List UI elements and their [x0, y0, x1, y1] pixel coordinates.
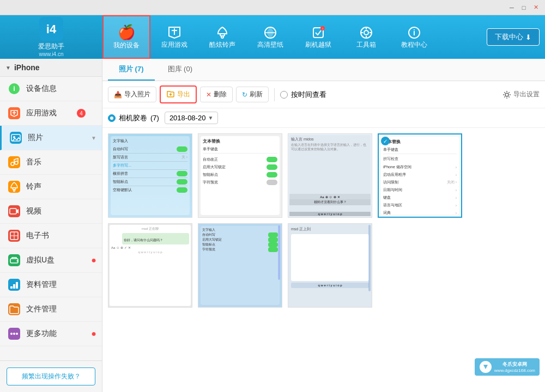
refresh-button[interactable]: ↻ 刷新: [236, 87, 269, 102]
more-icon: [8, 327, 21, 340]
logo-title: 爱思助手: [38, 42, 64, 51]
toolbar: 📥 导入照片 导出 ✕ 删除 ↻ 刷新 按时间查看: [102, 81, 545, 108]
sidebar-item-data-mgr[interactable]: 资料管理: [0, 273, 102, 297]
sidebar: ▼ iPhone i 设备信息 应用游戏 4 照片: [0, 59, 102, 392]
refresh-icon: ↻: [242, 91, 247, 99]
settings-button[interactable]: 导出设置: [502, 90, 540, 99]
restore-button[interactable]: □: [519, 3, 529, 13]
import-icon: 📥: [114, 91, 122, 99]
jailbreak-label: 刷机越狱: [305, 40, 331, 50]
tools-icon: [359, 25, 374, 40]
tab-library[interactable]: 图库 (0): [157, 59, 204, 81]
camera-roll-count: (7): [150, 114, 159, 122]
filter-bar: 相机胶卷 (7) 2018-08-20 ▼: [102, 108, 545, 128]
sidebar-item-apps-label: 应用游戏: [26, 108, 57, 118]
camera-roll-option[interactable]: 相机胶卷 (7): [108, 113, 159, 123]
video-icon: [8, 205, 21, 218]
export-button[interactable]: 导出: [160, 85, 197, 103]
sidebar-item-photos[interactable]: 照片 ▼: [0, 126, 102, 150]
photos-arrow-icon: ▼: [91, 135, 96, 141]
sidebar-item-video[interactable]: 视频: [0, 199, 102, 224]
svg-point-37: [10, 333, 13, 335]
sidebar-item-device-info[interactable]: i 设备信息: [0, 77, 102, 101]
sidebar-item-ebook-label: 电子书: [26, 231, 49, 241]
sidebar-item-photos-label: 照片: [28, 133, 43, 143]
sidebar-item-device-info-label: 设备信息: [26, 84, 57, 94]
download-icon: ⬇: [525, 33, 531, 41]
close-button[interactable]: ✕: [531, 3, 541, 13]
problem-button[interactable]: 频繁出现操作失败？: [7, 367, 95, 385]
nav-wallpaper[interactable]: 高清壁纸: [246, 15, 294, 59]
my-device-icon: 🍎: [118, 24, 135, 41]
sidebar-item-virtual-u[interactable]: 虚拟U盘 ●: [0, 248, 102, 273]
svg-point-9: [364, 30, 368, 35]
sidebar-item-apps[interactable]: 应用游戏 4: [0, 101, 102, 126]
minimize-button[interactable]: ─: [507, 3, 517, 13]
sidebar-item-file-mgr[interactable]: 文件管理: [0, 297, 102, 322]
nav-ringtone[interactable]: 酷炫铃声: [198, 15, 246, 59]
watermark-logo: [479, 360, 492, 373]
time-view-radio[interactable]: [280, 91, 288, 99]
delete-label: 删除: [214, 90, 227, 99]
sidebar-item-ebook[interactable]: 电子书: [0, 224, 102, 248]
svg-point-40: [505, 93, 508, 96]
sidebar-item-data-mgr-label: 资料管理: [26, 280, 57, 290]
sidebar-item-video-label: 视频: [26, 206, 41, 216]
sidebar-item-music-label: 音乐: [26, 157, 41, 167]
sidebar-device[interactable]: ▼ iPhone: [0, 59, 102, 77]
tutorial-icon: i: [407, 25, 422, 40]
refresh-label: 刷新: [250, 90, 263, 99]
sidebar-items: i 设备信息 应用游戏 4 照片 ▼: [0, 77, 102, 360]
nav-jailbreak[interactable]: ! 刷机越狱: [294, 15, 342, 59]
nav-tools[interactable]: 工具箱: [342, 15, 390, 59]
delete-button[interactable]: ✕ 删除: [200, 87, 233, 102]
tutorial-label: 教程中心: [401, 40, 427, 50]
time-view-option[interactable]: 按时间查看: [280, 90, 326, 100]
top-nav: i4 爱思助手 www.i4.cn 🍎 我的设备 应用游戏 酷炫铃声: [0, 15, 545, 59]
nav-app-game[interactable]: 应用游戏: [150, 15, 198, 59]
sidebar-item-file-mgr-label: 文件管理: [26, 304, 57, 314]
tabs: 照片 (7) 图库 (0): [102, 59, 545, 81]
watermark: 冬爪安卓网 www.dgxcdz168.com: [475, 358, 540, 376]
photo-item-4[interactable]: 文本替换 单手键盘 拼写检查 iPhone 储存空间 › 启动应用程序 ›: [378, 133, 462, 218]
svg-rect-34: [16, 282, 18, 289]
settings-gear-icon: [502, 90, 511, 99]
photo-item-1[interactable]: 文字输入 自动纠写 新写语言 关 › 多字符写...: [108, 133, 192, 218]
photo-item-3[interactable]: 输入言 midos 在输入语言在列表中选择文字语言的输入，进行，也可以通过设置来…: [288, 133, 372, 218]
svg-text:i: i: [413, 28, 415, 37]
import-button[interactable]: 📥 导入照片: [108, 87, 156, 102]
my-device-label: 我的设备: [113, 41, 140, 50]
selected-indicator: ✓: [381, 137, 390, 145]
date-selector[interactable]: 2018-08-20 ▼: [165, 112, 218, 124]
wallpaper-icon: [263, 25, 278, 40]
download-button[interactable]: 下载中心 ⬇: [487, 28, 540, 46]
more-badge: ●: [91, 329, 96, 339]
svg-rect-32: [10, 286, 13, 289]
nav-items: 🍎 我的设备 应用游戏 酷炫铃声 高清壁纸: [102, 15, 487, 59]
wallpaper-label: 高清壁纸: [257, 40, 283, 50]
toolbar-separator: [274, 88, 275, 101]
time-view-label: 按时间查看: [291, 90, 326, 100]
sidebar-item-music[interactable]: 音乐: [0, 150, 102, 175]
photos-grid: 文字输入 自动纠写 新写语言 关 › 多字符写...: [102, 128, 545, 392]
sidebar-item-more[interactable]: 更多功能 ●: [0, 322, 102, 346]
photo-item-5[interactable]: msd 正在聊 你好，请问有什么问题吗？ Aa☺⊕✓✕ q w e r t y …: [108, 223, 192, 308]
camera-roll-label: 相机胶卷: [119, 113, 147, 123]
toolbar-right: 导出设置: [502, 90, 540, 99]
virtual-u-icon: [8, 254, 21, 267]
sidebar-item-ringtone[interactable]: 铃声: [0, 175, 102, 199]
app-game-label: 应用游戏: [161, 40, 187, 50]
tab-photos[interactable]: 照片 (7): [108, 59, 155, 81]
photo-item-2[interactable]: 文本替换 单手键盘 自动改正 启用大写锁定 智能标点: [198, 133, 282, 218]
svg-point-39: [16, 333, 18, 335]
ebook-icon: [8, 229, 21, 242]
delete-icon: ✕: [206, 91, 211, 99]
nav-my-device[interactable]: 🍎 我的设备: [102, 15, 150, 59]
sidebar-item-more-label: 更多功能: [26, 329, 57, 339]
export-label: 导出: [177, 90, 190, 99]
svg-point-38: [13, 333, 15, 335]
camera-roll-radio[interactable]: [108, 114, 116, 122]
photo-item-6[interactable]: 文字输入 自动纠写 启用大写锁定 智能标点 字符预览: [198, 223, 282, 308]
photo-item-7[interactable]: msd 正上到 q w e r t y u i o p: [288, 223, 372, 308]
nav-tutorial[interactable]: i 教程中心: [390, 15, 438, 59]
